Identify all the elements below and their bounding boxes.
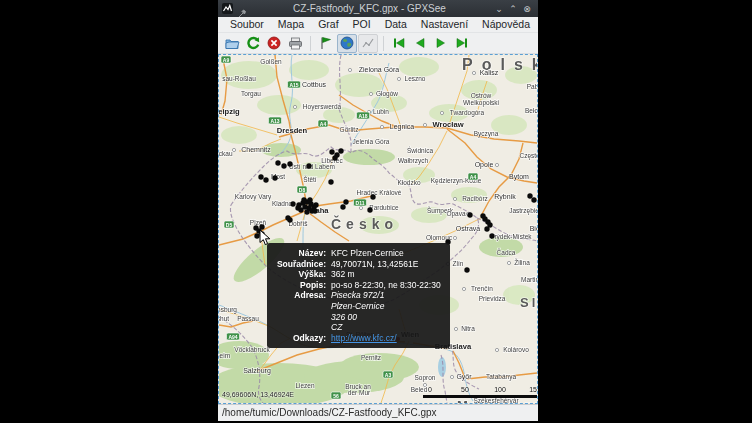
city-label: Jelenia Góra: [353, 138, 390, 145]
city-label: Częstoch: [519, 152, 537, 160]
titlebar[interactable]: CZ-Fastfoody_KFC.gpx - GPXSee ⌄ ⌃ ⊗: [218, 0, 538, 17]
city-label: Kladno: [272, 200, 293, 207]
kfc-waypoint-dot[interactable]: [281, 163, 286, 168]
city-label: Pernitz: [361, 354, 381, 361]
city-label: Nitra: [461, 325, 475, 332]
kfc-waypoint-dot[interactable]: [304, 209, 309, 214]
kfc-waypoint-dot[interactable]: [275, 160, 280, 165]
kfc-waypoint-dot[interactable]: [312, 208, 317, 213]
city-label: Opava: [446, 210, 466, 218]
scalebar-tick: 100: [494, 386, 506, 393]
kfc-waypoint-dot[interactable]: [338, 148, 343, 153]
kfc-waypoint-dot[interactable]: [307, 197, 312, 202]
kfc-waypoint-dot[interactable]: [332, 155, 337, 160]
road-shield-label: 56: [333, 393, 339, 399]
menu-item-soubor[interactable]: Soubor: [223, 17, 271, 32]
kfc-waypoint-dot[interactable]: [464, 267, 469, 272]
kfc-waypoint-dot[interactable]: [467, 212, 472, 217]
city-label: sau-Roßlau: [222, 75, 256, 82]
kfc-waypoint-dot[interactable]: [287, 161, 292, 166]
city-dot: [423, 123, 426, 126]
menu-item-poi[interactable]: POI: [346, 17, 378, 32]
road-shield-label: A13: [270, 118, 279, 124]
city-label: Wielkopolski: [463, 99, 499, 107]
map-globe-icon: [340, 36, 354, 50]
kfc-waypoint-dot[interactable]: [531, 197, 536, 202]
next-file-button[interactable]: [431, 34, 451, 53]
kfc-waypoint-dot[interactable]: [263, 177, 268, 182]
scalebar-line: [423, 395, 537, 398]
poi-flag-icon: [319, 36, 333, 50]
kfc-waypoint-dot[interactable]: [489, 233, 494, 238]
kfc-waypoint-dot[interactable]: [313, 202, 318, 207]
scalebar-tick: 50: [461, 386, 469, 393]
city-label: Štětí: [303, 175, 317, 183]
menu-item-nastavení[interactable]: Nastavení: [414, 17, 475, 32]
kfc-waypoint-dot[interactable]: [301, 197, 306, 202]
city-label: Bytom: [509, 173, 529, 181]
tooltip-website-link[interactable]: http://www.kfc.cz/: [331, 333, 397, 343]
kfc-waypoint-dot[interactable]: [258, 174, 263, 179]
city-label: Liezen: [295, 382, 315, 389]
city-label: Wałbrzych: [398, 157, 428, 165]
open-file-button[interactable]: [222, 34, 242, 53]
tooltip-name-label: Název:: [271, 248, 331, 259]
city-dot: [293, 105, 296, 108]
tooltip-elevation-value: 362 m: [331, 269, 444, 280]
kfc-waypoint-dot[interactable]: [272, 175, 277, 180]
city-dot: [369, 92, 372, 95]
map-view[interactable]: PolskaČeskoSlovenskoMagyarország Golßens…: [218, 54, 538, 404]
road-shield-label: A9: [223, 57, 230, 63]
city-dot: [380, 125, 383, 128]
menu-item-nápověda[interactable]: Nápověda: [475, 17, 537, 32]
city-label: Vöcklabruck: [234, 346, 270, 353]
toolbar-separator: [383, 36, 384, 51]
kfc-waypoint-dot[interactable]: [370, 194, 375, 199]
map-scalebar: 050100150: [423, 386, 537, 402]
city-label: der Mur: [348, 389, 371, 396]
reload-file-button[interactable]: [243, 34, 263, 53]
pin-icon[interactable]: [238, 4, 247, 13]
kfc-waypoint-dot[interactable]: [527, 193, 532, 198]
kfc-waypoint-dot[interactable]: [285, 215, 290, 220]
kfc-waypoint-dot[interactable]: [367, 207, 372, 212]
road-shield-label: A15: [289, 82, 298, 88]
kfc-waypoint-dot[interactable]: [343, 199, 348, 204]
kfc-waypoint-dot[interactable]: [484, 226, 489, 231]
country-label: Slovensko: [520, 295, 537, 310]
menu-item-graf[interactable]: Graf: [311, 17, 345, 32]
print-file-button[interactable]: [285, 34, 305, 53]
kfc-waypoint-dot[interactable]: [480, 213, 485, 218]
close-file-icon: [267, 36, 281, 50]
menu-item-data[interactable]: Data: [378, 17, 414, 32]
kfc-waypoint-dot[interactable]: [259, 224, 264, 229]
close-file-button[interactable]: [264, 34, 284, 53]
maximize-button[interactable]: ⌃: [506, 2, 520, 15]
menu-item-mapa[interactable]: Mapa: [271, 17, 311, 32]
kfc-waypoint-dot[interactable]: [329, 149, 334, 154]
first-file-button[interactable]: [389, 34, 409, 53]
city-dot: [348, 68, 351, 71]
kfc-waypoint-dot[interactable]: [290, 201, 295, 206]
kfc-waypoint-dot[interactable]: [340, 204, 345, 209]
kfc-waypoint-dot[interactable]: [328, 179, 333, 184]
show-graphs-button[interactable]: [358, 34, 378, 53]
show-poi-button[interactable]: [316, 34, 336, 53]
city-label: Byczyna: [474, 130, 499, 138]
city-label: ickau: [219, 150, 233, 157]
show-map-button[interactable]: [337, 34, 357, 53]
city-label: Dresden: [277, 126, 308, 135]
kfc-waypoint-dot[interactable]: [295, 205, 300, 210]
close-button[interactable]: ⊗: [520, 2, 534, 15]
city-dot: [232, 148, 235, 151]
city-dot: [397, 77, 400, 80]
waypoint-tooltip: Název:KFC Plzen-Cernice Souřadnice:49,70…: [267, 243, 450, 348]
city-label: Čadca: [497, 248, 516, 256]
city-label: Kolárovo: [503, 346, 529, 353]
minimize-button[interactable]: ⌄: [492, 2, 506, 15]
last-file-button[interactable]: [452, 34, 472, 53]
kfc-waypoint-dot[interactable]: [306, 163, 311, 168]
previous-file-button[interactable]: [410, 34, 430, 53]
city-label: Pabianice: [527, 83, 537, 90]
app-window: CZ-Fastfoody_KFC.gpx - GPXSee ⌄ ⌃ ⊗ Soub…: [218, 0, 538, 421]
